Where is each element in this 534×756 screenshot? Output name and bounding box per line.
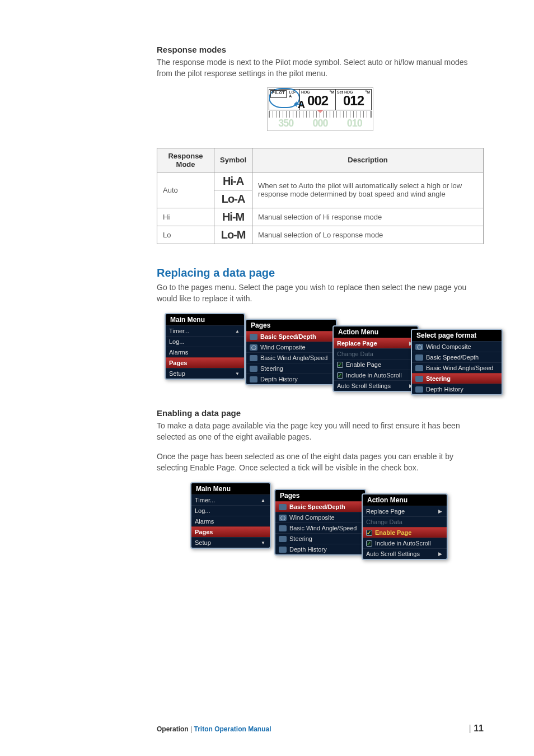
main-item-timer-2[interactable]: Timer...▲ xyxy=(191,494,270,505)
pages-item-label: Steering xyxy=(289,535,312,542)
page-icon xyxy=(250,355,257,361)
pages-item-label: Basic Speed/Depth xyxy=(289,503,345,510)
page-icon xyxy=(415,376,423,382)
pilot-bottom-1: 350 xyxy=(269,118,303,129)
td-mode-auto: Auto xyxy=(157,172,214,208)
main-item-label: Setup xyxy=(195,539,211,546)
main-item-pages[interactable]: Pages xyxy=(166,357,244,368)
enable-heading: Enabling a data page xyxy=(157,408,484,418)
pages-item-label: Steering xyxy=(260,365,283,372)
main-item-log-2[interactable]: Log... xyxy=(191,505,270,516)
pilot-loa-small: LO-A xyxy=(289,90,298,98)
action-item-label: Enable Page xyxy=(346,361,381,368)
format-menu-title: Select page format xyxy=(412,330,502,341)
footer-sep: | xyxy=(189,725,194,733)
pages-item-label: Basic Wind Angle/Speed xyxy=(289,525,357,531)
pilot-bottom-row: 350 000 010 xyxy=(269,118,372,129)
main-item-alarms[interactable]: Alarms xyxy=(166,347,244,357)
action-replace-2[interactable]: Replace Page▶ xyxy=(363,506,447,516)
action-enable[interactable]: Enable Page xyxy=(334,359,418,370)
pilot-bottom-3: 010 xyxy=(338,118,372,129)
action-menu-title-2: Action Menu xyxy=(363,494,447,506)
response-mode-table: Response Mode Symbol Description Auto Hi… xyxy=(157,148,484,244)
response-modes-heading: Response modes xyxy=(157,45,484,54)
format-item-steering[interactable]: Steering xyxy=(412,373,502,384)
td-desc-lo: Manual selection of Lo response mode xyxy=(252,226,484,244)
main-item-setup[interactable]: Setup▼ xyxy=(166,368,244,379)
main-item-pages-2[interactable]: Pages xyxy=(191,526,270,537)
pages-item-label: Depth History xyxy=(289,546,327,553)
action-include-2[interactable]: Include in AutoScroll xyxy=(363,538,447,548)
td-desc-hi: Manual selection of Hi response mode xyxy=(252,208,484,226)
page-icon xyxy=(279,525,287,531)
pages-item-dh[interactable]: Depth History xyxy=(246,374,336,384)
pages-item-bsd-2[interactable]: Basic Speed/Depth xyxy=(275,501,365,512)
action-item-label: Replace Page xyxy=(366,508,405,515)
page-icon xyxy=(250,366,257,372)
action-replace[interactable]: Replace Page▶ xyxy=(334,338,418,348)
set-hdg-value: 012 xyxy=(337,94,370,108)
main-item-label: Timer... xyxy=(195,497,215,503)
checkbox-icon xyxy=(366,540,372,547)
page-icon xyxy=(279,547,287,553)
pages-item-label: Depth History xyxy=(260,376,298,382)
format-item-label: Wind Composite xyxy=(426,343,471,350)
main-item-alarms-2[interactable]: Alarms xyxy=(191,516,270,526)
action-item-label: Include in AutoScroll xyxy=(375,540,431,547)
action-change-2: Change Data xyxy=(363,516,447,527)
action-autoscroll[interactable]: Auto Scroll Settings▶ xyxy=(334,380,418,391)
page-icon xyxy=(415,354,423,361)
format-item-wc[interactable]: ◯Wind Composite xyxy=(412,341,502,352)
format-item-bsd[interactable]: Basic Speed/Depth xyxy=(412,352,502,362)
action-item-label: Enable Page xyxy=(375,529,411,536)
page-icon xyxy=(279,504,287,510)
pages-item-bwas-2[interactable]: Basic Wind Angle/Speed xyxy=(275,522,365,533)
pages-item-steering-2[interactable]: Steering xyxy=(275,533,365,544)
action-item-label: Auto Scroll Settings xyxy=(366,550,420,557)
td-mode-hi: Hi xyxy=(157,208,214,226)
td-desc-auto: When set to Auto the pilot will automati… xyxy=(252,172,484,208)
format-item-label: Basic Wind Angle/Speed xyxy=(426,365,493,371)
pages-item-bwas[interactable]: Basic Wind Angle/Speed xyxy=(246,352,336,363)
pages-item-label: Basic Speed/Depth xyxy=(260,333,316,340)
page-icon xyxy=(250,334,257,340)
main-menu-title: Main Menu xyxy=(166,314,244,325)
replace-para: Go to the pages menu. Select the page yo… xyxy=(157,282,484,305)
main-item-log[interactable]: Log... xyxy=(166,336,244,347)
td-mode-lo: Lo xyxy=(157,226,214,244)
footer-page-num: 11 xyxy=(474,724,484,733)
td-sym-him: Hi-M xyxy=(214,208,252,226)
pilot-display: A PILOT LO-A HDG °M 002 Set HDG °M xyxy=(267,87,373,131)
chevron-right-icon: ▶ xyxy=(438,551,442,557)
th-desc: Description xyxy=(252,148,484,172)
replace-heading: Replacing a data page xyxy=(157,267,484,279)
pages-item-wc[interactable]: ◯Wind Composite xyxy=(246,342,336,352)
pages-item-dh-2[interactable]: Depth History xyxy=(275,544,365,554)
action-menu-title: Action Menu xyxy=(334,326,418,338)
pages-item-steering[interactable]: Steering xyxy=(246,363,336,374)
menu-mock-2: Main Menu Timer...▲ Log... Alarms Pages … xyxy=(190,482,484,561)
pages-item-wc-2[interactable]: ◯Wind Composite xyxy=(275,512,365,522)
pages-item-label: Basic Wind Angle/Speed xyxy=(260,354,327,361)
main-item-setup-2[interactable]: Setup▼ xyxy=(191,537,270,548)
main-item-label: Setup xyxy=(169,370,185,377)
action-enable-2[interactable]: Enable Page xyxy=(363,527,447,538)
page-icon xyxy=(415,386,423,393)
set-hdg-unit: °M xyxy=(365,90,370,94)
chevron-right-icon: ▶ xyxy=(438,508,442,514)
format-item-bwas[interactable]: Basic Wind Angle/Speed xyxy=(412,362,502,373)
action-include[interactable]: Include in AutoScroll xyxy=(334,370,418,380)
footer-operation: Operation xyxy=(157,725,189,733)
action-autoscroll-2[interactable]: Auto Scroll Settings▶ xyxy=(363,548,447,559)
format-item-label: Depth History xyxy=(426,386,463,393)
td-sym-lom: Lo-M xyxy=(214,226,252,244)
format-item-dh[interactable]: Depth History xyxy=(412,384,502,394)
main-item-timer[interactable]: Timer...▲ xyxy=(166,325,244,336)
footer-bar: | xyxy=(469,724,474,733)
menu-mock-1: Main Menu Timer...▲ Log... Alarms Pages … xyxy=(165,313,484,391)
pages-item-bsd[interactable]: Basic Speed/Depth xyxy=(246,331,336,342)
td-sym-loa: Lo-A xyxy=(214,190,252,208)
pilot-bottom-2: 000 xyxy=(303,118,337,129)
page-icon xyxy=(279,536,287,542)
pages-menu-title: Pages xyxy=(246,320,336,331)
